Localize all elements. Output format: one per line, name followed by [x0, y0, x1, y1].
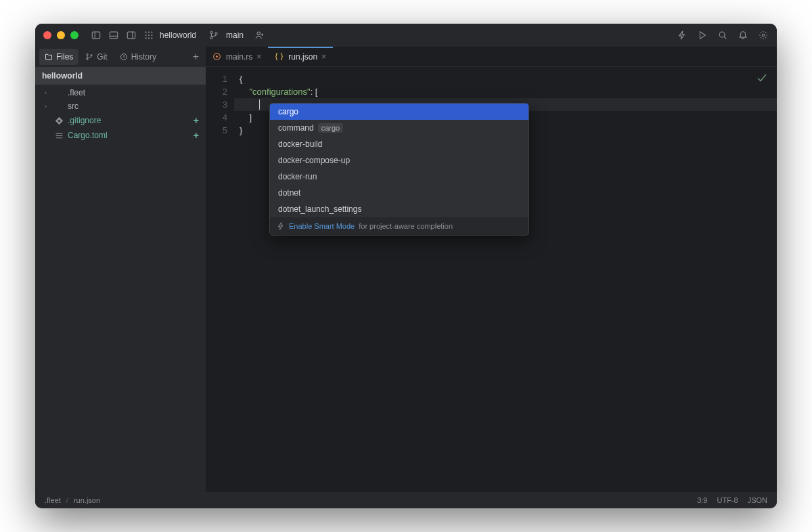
sidebar-tab-git[interactable]: Git — [80, 49, 112, 65]
code-line[interactable]: { — [234, 72, 777, 85]
rust-icon — [212, 52, 222, 62]
sidebar-tab-history[interactable]: History — [114, 49, 162, 65]
svg-point-8 — [151, 32, 152, 33]
titlebar: helloworld main — [35, 24, 777, 47]
svg-point-16 — [210, 37, 212, 39]
svg-point-19 — [719, 32, 725, 37]
svg-point-11 — [151, 35, 152, 36]
tab-label: main.rs — [226, 52, 252, 62]
svg-point-12 — [145, 37, 147, 39]
svg-point-10 — [148, 35, 150, 36]
panel-right-icon[interactable] — [126, 30, 137, 41]
svg-point-22 — [87, 58, 88, 60]
svg-point-9 — [145, 35, 147, 36]
completion-label: docker-compose-up — [278, 156, 350, 165]
completion-item[interactable]: dotnet_launch_settings — [270, 201, 528, 217]
svg-point-6 — [145, 32, 147, 33]
completion-item[interactable]: cargo — [270, 104, 528, 120]
file-icon — [54, 131, 64, 140]
project-root[interactable]: helloworld — [35, 67, 206, 85]
svg-point-25 — [58, 119, 60, 121]
completion-label: cargo — [278, 107, 298, 116]
project-name[interactable]: helloworld — [160, 30, 196, 40]
checkmark-icon — [757, 72, 767, 87]
maximize-window-dot[interactable] — [70, 31, 78, 39]
sidebar: Files Git History + helloworld ›.fleet›s… — [35, 47, 206, 492]
completion-item[interactable]: docker-run — [270, 169, 528, 185]
completion-item[interactable]: docker-compose-up — [270, 152, 528, 169]
completion-item[interactable]: docker-build — [270, 136, 528, 152]
close-tab-icon[interactable]: × — [321, 52, 326, 62]
svg-point-18 — [257, 32, 260, 35]
code-editor[interactable]: 12345 { "configurations": [ ]} cargocomm… — [206, 67, 777, 492]
tree-item-label: .gitignore — [68, 116, 101, 125]
completion-footer: Enable Smart Mode for project-aware comp… — [270, 217, 528, 235]
tab-label: run.json — [288, 52, 317, 62]
editor-tab[interactable]: run.json× — [268, 47, 333, 66]
tree-item[interactable]: .gitignore+ — [35, 113, 206, 128]
search-icon[interactable] — [717, 30, 728, 41]
gear-icon[interactable] — [758, 30, 769, 41]
enable-smart-mode-link[interactable]: Enable Smart Mode — [289, 222, 355, 230]
svg-point-30 — [216, 55, 218, 57]
svg-point-7 — [148, 32, 150, 33]
sidebar-tab-label: Files — [56, 52, 73, 62]
language-mode[interactable]: JSON — [748, 496, 767, 504]
status-path-segment[interactable]: .fleet — [45, 496, 61, 504]
tree-item-label: src — [68, 102, 78, 111]
play-icon[interactable] — [697, 30, 708, 41]
cursor-position[interactable]: 3:9 — [697, 496, 707, 504]
path-separator: / — [66, 496, 68, 504]
svg-point-21 — [87, 54, 88, 56]
bell-icon[interactable] — [738, 30, 748, 41]
json-icon — [275, 52, 284, 62]
close-tab-icon[interactable]: × — [256, 52, 261, 62]
encoding[interactable]: UTF-8 — [717, 496, 738, 504]
branch-icon — [208, 30, 219, 41]
chevron-right-icon: › — [45, 103, 50, 110]
tree-item[interactable]: ›src — [35, 99, 206, 113]
svg-point-17 — [215, 32, 217, 35]
tree-item-label: Cargo.toml — [68, 131, 108, 140]
editor-tab[interactable]: main.rs× — [206, 47, 268, 66]
gutter: 12345 — [206, 67, 234, 492]
completion-item[interactable]: commandcargo — [270, 120, 528, 136]
branch-name[interactable]: main — [226, 30, 244, 40]
close-window-dot[interactable] — [43, 31, 51, 39]
completion-popup: cargocommandcargodocker-builddocker-comp… — [269, 103, 529, 236]
completion-item[interactable]: dotnet — [270, 185, 528, 201]
completion-label: dotnet_launch_settings — [278, 204, 361, 214]
tree-item[interactable]: ›.fleet — [35, 86, 206, 99]
add-sidebar-tab-button[interactable]: + — [190, 48, 202, 66]
file-tree: ›.fleet›src.gitignore+Cargo.toml+ — [35, 85, 206, 144]
svg-point-13 — [148, 37, 150, 39]
completion-footer-text: for project-aware completion — [359, 222, 453, 230]
grid-icon[interactable] — [143, 30, 154, 41]
completion-label: command — [278, 123, 314, 133]
add-user-icon[interactable] — [254, 30, 265, 41]
svg-point-23 — [91, 55, 92, 56]
status-path-segment[interactable]: run.json — [74, 496, 100, 504]
completion-label: docker-build — [278, 139, 322, 149]
editor-tabs: main.rs×run.json× — [206, 47, 777, 67]
svg-rect-2 — [110, 32, 117, 39]
file-icon — [54, 116, 64, 125]
svg-rect-4 — [127, 32, 135, 39]
sidebar-tab-files[interactable]: Files — [39, 49, 78, 65]
folder-icon — [54, 88, 64, 97]
svg-point-15 — [210, 31, 212, 33]
bolt-icon[interactable] — [677, 30, 687, 41]
sidebar-tabs: Files Git History + — [35, 47, 206, 67]
folder-icon — [54, 102, 64, 111]
completion-hint: cargo — [318, 123, 344, 133]
svg-point-20 — [762, 34, 765, 37]
panel-bottom-icon[interactable] — [108, 30, 119, 41]
chevron-right-icon: › — [45, 89, 50, 96]
minimize-window-dot[interactable] — [57, 31, 65, 39]
tree-item[interactable]: Cargo.toml+ — [35, 128, 206, 143]
svg-point-14 — [151, 37, 152, 39]
panel-left-icon[interactable] — [91, 30, 102, 41]
code-line[interactable]: "configurations": [ — [234, 85, 777, 98]
sidebar-tab-label: Git — [97, 52, 107, 62]
completion-label: dotnet — [278, 188, 300, 198]
